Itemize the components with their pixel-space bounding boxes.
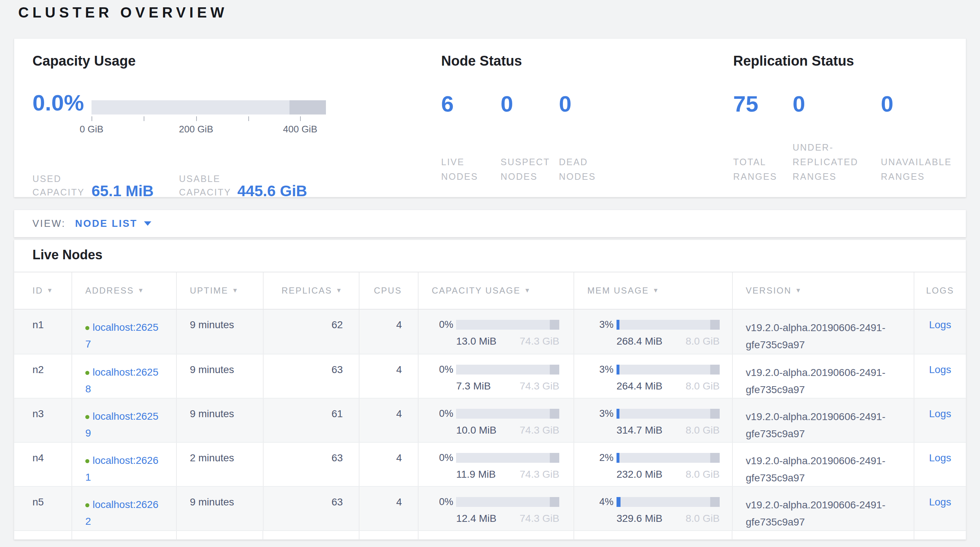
mem-total-value: 8.0 GiB	[686, 380, 719, 392]
mem-total-value: 8.0 GiB	[686, 336, 719, 347]
mem-total-value: 8.0 GiB	[686, 469, 719, 480]
tick-label-400: 400 GiB	[283, 124, 317, 135]
node-address-link[interactable]: localhost:26257	[85, 322, 159, 350]
capacity-total-value: 74.3 GiB	[520, 513, 559, 525]
node-address-link[interactable]: localhost:26261	[85, 455, 159, 483]
cell-uptime: 2 minutes	[177, 443, 264, 486]
header-address[interactable]: ADDRESS▼	[72, 272, 177, 309]
cell-node-id: n1	[14, 310, 72, 354]
cell-mem-usage: 4% 329.6 MiB 8.0 GiB	[574, 487, 733, 530]
cell-logs: Logs	[915, 443, 966, 486]
logs-link[interactable]: Logs	[929, 319, 951, 331]
mem-bar-reserved	[710, 497, 720, 507]
view-bar: VIEW: NODE LIST	[14, 210, 966, 237]
live-nodes-card: Live Nodes ID▼ ADDRESS▼ UPTIME▼ REPLICAS…	[14, 240, 966, 540]
node-live-dot-icon	[85, 326, 89, 330]
cell-node-id: n4	[14, 443, 72, 486]
suspect-nodes-label: SUSPECT NODES	[501, 154, 550, 184]
logs-link[interactable]: Logs	[929, 364, 951, 375]
header-uptime[interactable]: UPTIME▼	[177, 272, 264, 309]
capacity-used-value: 12.4 MiB	[456, 513, 496, 525]
view-label: VIEW:	[32, 218, 65, 229]
capacity-percent: 0%	[430, 319, 453, 331]
table-row: n2 localhost:26258 9 minutes 63 4 0% 7.3…	[14, 354, 966, 398]
mem-usage-bar	[617, 453, 720, 463]
page-title: CLUSTER OVERVIEW	[18, 5, 228, 21]
unavailable-ranges-stat: 0 UNAVAILABLE RANGES	[881, 53, 961, 197]
capacity-bar-reserved	[550, 365, 559, 375]
capacity-percent: 0%	[430, 408, 453, 419]
table-title: Live Nodes	[14, 240, 966, 272]
logs-link[interactable]: Logs	[929, 452, 951, 463]
capacity-percent: 0%	[430, 452, 453, 463]
replication-status-section: Replication Status 75 TOTAL RANGES 0 UND…	[733, 53, 967, 197]
mem-usage-bar	[617, 409, 720, 419]
cell-version: v19.2.0-alpha.20190606-2491-gfe735c9a97	[733, 487, 915, 530]
mem-used-value: 232.0 MiB	[617, 469, 662, 480]
capacity-bar-reserved	[550, 320, 559, 330]
capacity-bar-track	[92, 100, 326, 114]
view-selector-dropdown[interactable]: NODE LIST	[75, 218, 151, 229]
cell-address: localhost:26261	[72, 443, 177, 486]
table-row: n1 localhost:26257 9 minutes 62 4 0% 13.…	[14, 310, 966, 354]
mem-used-value: 268.4 MiB	[617, 336, 662, 347]
under-replicated-ranges-stat: 0 UNDER- REPLICATED RANGES	[792, 53, 877, 197]
capacity-total-value: 74.3 GiB	[520, 469, 559, 480]
header-logs: LOGS	[915, 272, 966, 309]
capacity-used-value: 10.0 MiB	[456, 425, 496, 436]
cell-mem-usage: 2% 232.0 MiB 8.0 GiB	[574, 443, 733, 486]
header-id[interactable]: ID▼	[14, 272, 72, 309]
logs-link[interactable]: Logs	[929, 496, 951, 507]
cell-uptime: 9 minutes	[177, 355, 264, 398]
summary-card: Capacity Usage 0.0% 0 GiB 200 GiB 400 Gi…	[14, 38, 966, 197]
total-ranges-count: 75	[733, 93, 758, 115]
cell-mem-usage: 3% 314.7 MiB 8.0 GiB	[574, 399, 733, 442]
usable-capacity-label: USABLE CAPACITY	[179, 172, 237, 199]
cell-capacity-usage: 0% 10.0 MiB 74.3 GiB	[418, 399, 574, 442]
capacity-percent: 0%	[430, 496, 453, 507]
node-address-link[interactable]: localhost:26258	[85, 366, 159, 394]
cell-capacity-usage: 0% 7.3 MiB 74.3 GiB	[418, 355, 574, 398]
capacity-used-percent: 0.0%	[32, 92, 84, 114]
header-cpus: CPUS	[360, 272, 418, 309]
cell-logs: Logs	[915, 399, 966, 442]
cell-uptime: 9 minutes	[177, 310, 264, 354]
tick-label-0: 0 GiB	[80, 124, 103, 135]
logs-link[interactable]: Logs	[929, 408, 951, 419]
cell-mem-usage: 3% 268.4 MiB 8.0 GiB	[574, 310, 733, 354]
node-address-link[interactable]: localhost:26259	[85, 410, 159, 439]
sort-desc-icon: ▼	[137, 287, 145, 294]
header-replicas[interactable]: REPLICAS▼	[264, 272, 360, 309]
cell-cpus: 4	[360, 443, 418, 486]
cell-replicas: 61	[264, 399, 360, 442]
capacity-total-value: 74.3 GiB	[520, 380, 559, 392]
cell-replicas: 63	[264, 443, 360, 486]
cell-address: localhost:26259	[72, 399, 177, 442]
mem-used-value: 314.7 MiB	[617, 425, 662, 436]
node-live-dot-icon	[85, 503, 89, 507]
cell-node-id: n2	[14, 355, 72, 398]
dead-nodes-label: DEAD NODES	[559, 154, 596, 184]
sort-desc-icon: ▼	[652, 287, 660, 294]
sort-desc-icon: ▼	[524, 287, 531, 294]
capacity-used-value: 7.3 MiB	[456, 380, 491, 392]
mem-used-value: 264.4 MiB	[617, 380, 662, 392]
cell-logs: Logs	[915, 487, 966, 530]
capacity-percent: 0%	[430, 364, 453, 375]
node-live-dot-icon	[85, 415, 89, 419]
live-nodes-stat: 6 LIVE NODES	[441, 53, 496, 197]
header-mem-usage[interactable]: MEM USAGE▼	[574, 272, 733, 309]
cell-replicas: 63	[264, 487, 360, 530]
header-version[interactable]: VERSION▼	[733, 272, 915, 309]
header-capacity-usage[interactable]: CAPACITY USAGE▼	[418, 272, 574, 309]
capacity-total-value: 74.3 GiB	[520, 336, 559, 347]
mem-usage-bar	[617, 497, 720, 507]
under-replicated-ranges-count: 0	[792, 93, 805, 115]
mem-bar-reserved	[710, 409, 720, 419]
sort-desc-icon: ▼	[795, 287, 802, 294]
node-live-dot-icon	[85, 371, 89, 375]
node-address-link[interactable]: localhost:26262	[85, 499, 159, 527]
mem-percent: 2%	[589, 452, 614, 463]
mem-usage-bar	[617, 320, 720, 330]
cell-address: localhost:26258	[72, 355, 177, 398]
